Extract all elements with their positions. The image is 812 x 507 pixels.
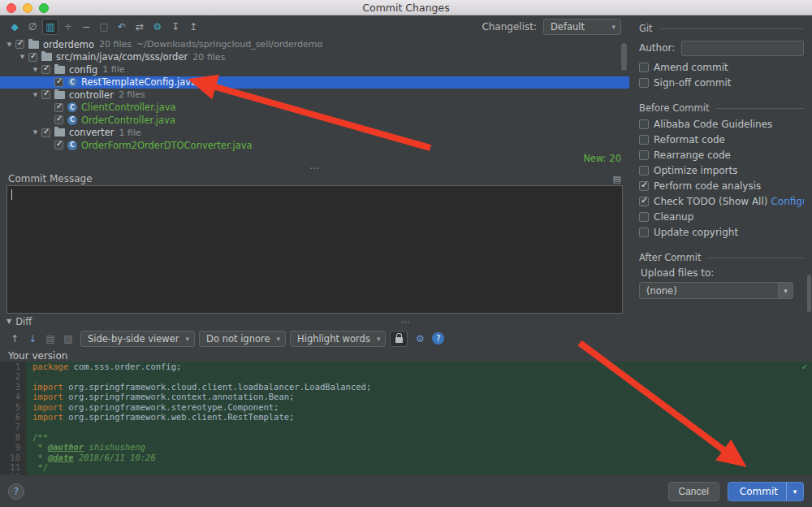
- show-diff-icon[interactable]: ▥: [42, 19, 58, 35]
- code-text: import org.springframework.web.client.Re…: [26, 412, 812, 422]
- help-button[interactable]: ?: [8, 483, 24, 500]
- option-checkbox[interactable]: [639, 212, 649, 222]
- next-difference-icon[interactable]: ↓: [24, 331, 41, 347]
- diff-help-icon[interactable]: ?: [432, 332, 444, 344]
- tree-row[interactable]: CRestTemplateConfig.java: [0, 76, 629, 89]
- copy-icon[interactable]: ▢: [96, 19, 112, 35]
- options-scrollbar[interactable]: [807, 275, 811, 312]
- commit-icon[interactable]: ◆: [6, 19, 23, 35]
- commit-button[interactable]: Commit ▾: [728, 482, 804, 501]
- prev-difference-icon[interactable]: ↑: [6, 331, 23, 347]
- include-checkbox[interactable]: [41, 65, 50, 74]
- diff-editor[interactable]: ✓ 1package com.sss.order.config;23import…: [0, 362, 812, 474]
- diff-splitter-grip-icon[interactable]: ⋯: [0, 316, 812, 327]
- code-text: * @author shishusheng: [26, 442, 812, 452]
- tree-row[interactable]: ▼config1 file: [0, 63, 629, 76]
- include-checkbox[interactable]: [54, 141, 63, 150]
- collapse-triangle-icon[interactable]: ▼: [6, 318, 11, 325]
- tree-scrollbar[interactable]: [621, 43, 627, 71]
- tree-row[interactable]: ▼src/main/java/com/sss/order20 files: [0, 51, 629, 64]
- expand-chevron-icon[interactable]: ▼: [5, 41, 14, 48]
- compare-mode-icon[interactable]: ▧: [60, 331, 76, 347]
- expand-chevron-icon[interactable]: ▼: [31, 129, 40, 136]
- undo-icon[interactable]: ↶: [114, 19, 130, 35]
- move-to-changelist-icon[interactable]: ⇄: [132, 19, 148, 35]
- option-checkbox[interactable]: [639, 119, 649, 129]
- include-checkbox[interactable]: [54, 103, 63, 112]
- folder-icon: [28, 41, 39, 49]
- option-checkbox[interactable]: [639, 181, 649, 191]
- cancel-button[interactable]: Cancel: [668, 482, 719, 501]
- option-checkbox[interactable]: [639, 78, 649, 88]
- option-checkbox[interactable]: [639, 63, 649, 72]
- option-row: Check TODO (Show All)Configu: [639, 193, 804, 209]
- include-checkbox[interactable]: [54, 115, 63, 124]
- configure-link[interactable]: Configu: [771, 196, 804, 207]
- include-checkbox[interactable]: [15, 40, 24, 49]
- commit-dialog: ◆∅▥+−▢↶⇄⚙↧↥ Changelist: Default ▾ ▼order…: [0, 15, 812, 507]
- tree-row[interactable]: COrderForm2OrderDTOConverter.java: [0, 139, 629, 152]
- file-count: 20 files: [99, 39, 132, 50]
- add-icon[interactable]: +: [60, 19, 76, 35]
- include-checkbox[interactable]: [28, 53, 37, 62]
- remove-icon[interactable]: −: [78, 19, 94, 35]
- settings-gears-icon[interactable]: ⚙: [149, 19, 166, 35]
- zoom-button[interactable]: [39, 3, 49, 13]
- ignore-mode-dropdown[interactable]: Do not ignore ▾: [199, 331, 286, 347]
- option-checkbox[interactable]: [639, 197, 649, 206]
- changelist-label: Changelist:: [482, 21, 537, 32]
- commit-toolbar: ◆∅▥+−▢↶⇄⚙↧↥ Changelist: Default ▾: [0, 15, 629, 38]
- author-input[interactable]: [681, 41, 804, 56]
- commit-message-input[interactable]: [6, 185, 623, 314]
- chevron-down-icon[interactable]: ▾: [778, 283, 793, 298]
- viewer-mode-dropdown[interactable]: Side-by-side viewer ▾: [80, 331, 195, 347]
- include-checkbox[interactable]: [54, 78, 63, 87]
- commit-message-label: Commit Message: [8, 173, 93, 184]
- changelist-dropdown[interactable]: Default ▾: [543, 19, 621, 35]
- option-label: Update copyright: [654, 227, 738, 238]
- code-text: import org.springframework.cloud.client.…: [26, 382, 812, 392]
- option-label: Perform code analysis: [654, 180, 761, 192]
- commit-dropdown-arrow[interactable]: ▾: [787, 488, 803, 496]
- include-checkbox[interactable]: [41, 90, 50, 99]
- code-line: 1package com.sss.order.config;: [0, 362, 812, 371]
- upload-target-dropdown[interactable]: (none) ▾: [639, 282, 793, 299]
- jump-to-source-icon[interactable]: ▤: [42, 331, 58, 347]
- highlight-mode-dropdown[interactable]: Highlight words ▾: [290, 331, 386, 347]
- tree-row[interactable]: CClientController.java: [0, 102, 629, 115]
- line-number: 1: [0, 362, 26, 371]
- code-text: import org.springframework.context.annot…: [26, 392, 812, 401]
- rollback-icon[interactable]: ∅: [24, 19, 41, 35]
- expand-chevron-icon[interactable]: ▼: [18, 54, 27, 60]
- tree-row[interactable]: ▼converter1 file: [0, 127, 629, 140]
- file-name: config: [69, 64, 97, 76]
- expand-chevron-icon[interactable]: ▼: [31, 67, 40, 73]
- expand-chevron-icon[interactable]: ▼: [31, 92, 40, 98]
- file-name: orderdemo: [43, 39, 94, 50]
- code-text: [26, 371, 812, 381]
- editor-settings-gear-icon[interactable]: ⚙: [412, 331, 428, 347]
- option-checkbox[interactable]: [639, 228, 649, 237]
- line-number: 11: [0, 462, 26, 472]
- option-checkbox[interactable]: [639, 166, 649, 176]
- include-checkbox[interactable]: [41, 128, 50, 137]
- diff-toolbar: ↑↓▤▧ Side-by-side viewer ▾ Do not ignore…: [0, 327, 812, 349]
- option-checkbox[interactable]: [639, 135, 649, 145]
- changelist-value: Default: [551, 21, 585, 32]
- file-tree[interactable]: ▼orderdemo20 files~/Downloads/springclou…: [0, 38, 629, 153]
- java-class-icon: C: [67, 141, 77, 150]
- expand-all-icon[interactable]: ↧: [167, 19, 184, 35]
- read-only-lock-button[interactable]: [390, 331, 408, 347]
- option-checkbox[interactable]: [639, 150, 649, 160]
- tree-message-splitter[interactable]: ⋯: [0, 163, 629, 172]
- tree-row[interactable]: ▼orderdemo20 files~/Downloads/springclou…: [0, 38, 629, 51]
- collapse-all-icon[interactable]: ↥: [185, 19, 201, 35]
- minimize-button[interactable]: [23, 3, 32, 13]
- dialog-footer: ? Cancel Commit ▾: [0, 474, 812, 507]
- file-count: 20 files: [192, 52, 225, 63]
- close-button[interactable]: [6, 3, 16, 13]
- tree-row[interactable]: COrderController.java: [0, 114, 629, 127]
- tree-row[interactable]: ▼controller2 files: [0, 89, 629, 102]
- message-history-icon[interactable]: ▤: [613, 174, 621, 184]
- code-text: [26, 472, 812, 474]
